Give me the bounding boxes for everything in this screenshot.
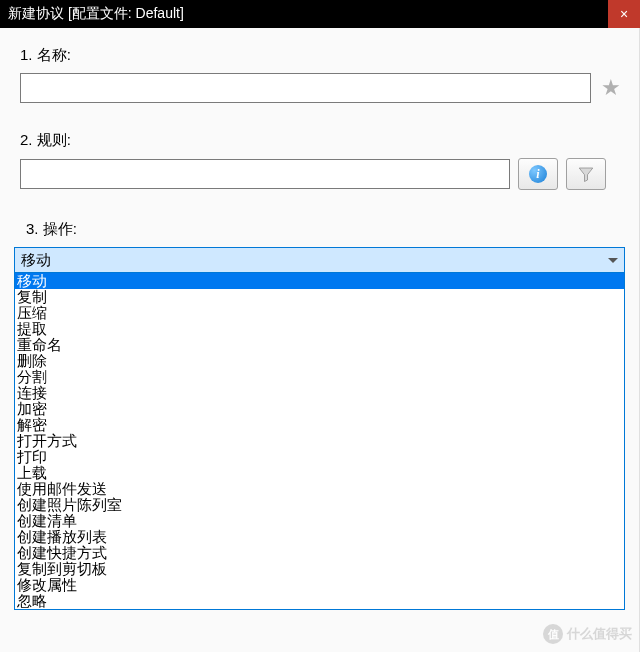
action-select-display[interactable]: 移动 xyxy=(14,247,625,273)
action-option[interactable]: 重命名 xyxy=(15,337,624,353)
action-dropdown: 移动复制压缩提取重命名删除分割连接加密解密打开方式打印上载使用邮件发送创建照片陈… xyxy=(14,273,625,610)
watermark: 值 什么值得买 xyxy=(543,624,632,644)
info-button[interactable]: i xyxy=(518,158,558,190)
watermark-text: 什么值得买 xyxy=(567,625,632,643)
favorite-star-icon[interactable]: ★ xyxy=(599,76,623,100)
funnel-icon xyxy=(577,165,595,183)
action-option[interactable]: 打印 xyxy=(15,449,624,465)
action-option[interactable]: 上载 xyxy=(15,465,624,481)
dialog-content: 1. 名称: ★ 2. 规则: i 3. 操作: 移动 xyxy=(0,28,640,652)
action-option[interactable]: 创建照片陈列室 xyxy=(15,497,624,513)
action-option[interactable]: 移动 xyxy=(15,273,624,289)
close-button[interactable]: × xyxy=(608,0,640,28)
filter-button[interactable] xyxy=(566,158,606,190)
watermark-icon: 值 xyxy=(543,624,563,644)
close-icon: × xyxy=(620,6,628,22)
action-option[interactable]: 创建清单 xyxy=(15,513,624,529)
action-option[interactable]: 创建快捷方式 xyxy=(15,545,624,561)
rule-field: 2. 规则: i xyxy=(20,131,623,190)
action-option[interactable]: 删除 xyxy=(15,353,624,369)
action-option[interactable]: 分割 xyxy=(15,369,624,385)
rule-label: 2. 规则: xyxy=(20,131,623,150)
action-option[interactable]: 使用邮件发送 xyxy=(15,481,624,497)
info-icon: i xyxy=(529,165,547,183)
action-option[interactable]: 复制到剪切板 xyxy=(15,561,624,577)
action-option[interactable]: 提取 xyxy=(15,321,624,337)
rule-input[interactable] xyxy=(20,159,510,189)
action-option[interactable]: 解密 xyxy=(15,417,624,433)
action-select-value: 移动 xyxy=(21,251,51,270)
action-label: 3. 操作: xyxy=(26,220,623,239)
chevron-down-icon xyxy=(608,258,618,263)
action-option[interactable]: 创建播放列表 xyxy=(15,529,624,545)
action-select[interactable]: 移动 移动复制压缩提取重命名删除分割连接加密解密打开方式打印上载使用邮件发送创建… xyxy=(14,247,625,273)
window-title: 新建协议 [配置文件: Default] xyxy=(8,5,184,23)
name-field: 1. 名称: ★ xyxy=(20,46,623,103)
action-option[interactable]: 打开方式 xyxy=(15,433,624,449)
titlebar: 新建协议 [配置文件: Default] × xyxy=(0,0,640,28)
action-option[interactable]: 加密 xyxy=(15,401,624,417)
action-option[interactable]: 复制 xyxy=(15,289,624,305)
action-option[interactable]: 压缩 xyxy=(15,305,624,321)
name-label: 1. 名称: xyxy=(20,46,623,65)
name-input[interactable] xyxy=(20,73,591,103)
action-field: 3. 操作: 移动 移动复制压缩提取重命名删除分割连接加密解密打开方式打印上载使… xyxy=(20,220,623,273)
action-option[interactable]: 连接 xyxy=(15,385,624,401)
action-option[interactable]: 忽略 xyxy=(15,593,624,609)
action-option[interactable]: 修改属性 xyxy=(15,577,624,593)
